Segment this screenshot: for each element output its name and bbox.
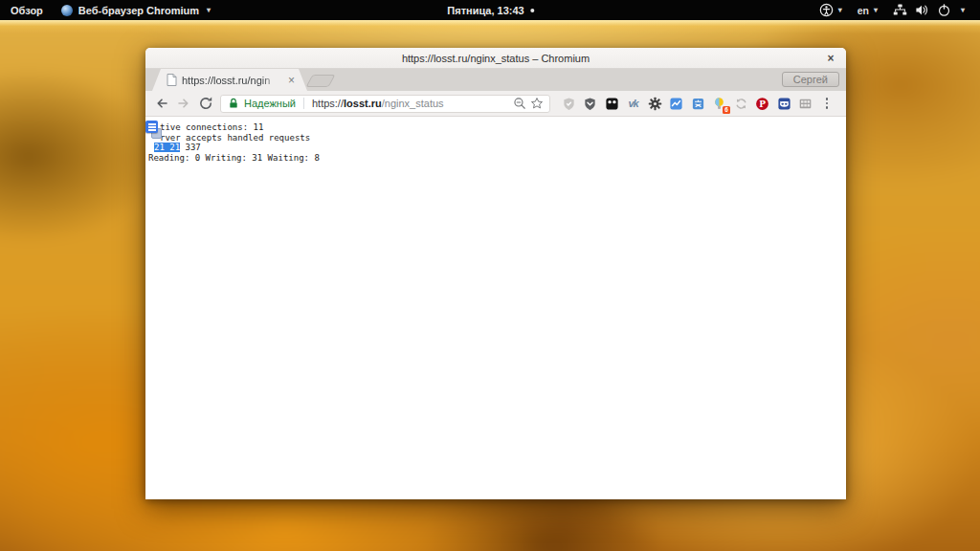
status-line-counters: 21 21 337: [145, 143, 846, 153]
grid-icon[interactable]: [796, 95, 814, 113]
security-label: Надежный: [244, 98, 296, 109]
browser-window: https://losst.ru/nginx_status – Chromium…: [145, 48, 846, 499]
accessibility-icon: [819, 3, 834, 17]
translate-popup-icon[interactable]: [145, 121, 163, 140]
chevron-down-icon: ▾: [874, 6, 878, 14]
notification-dot-icon: [531, 9, 535, 12]
app-menu-label: Веб-браузер Chromium: [78, 5, 199, 16]
counters-rest: 337: [180, 143, 201, 152]
topbar-right: ▾ en ▾ ▾: [813, 0, 980, 20]
status-line-server-accepts: rver accepts handled requests: [145, 133, 846, 143]
shield-icon[interactable]: [560, 95, 578, 113]
bookmark-star-icon[interactable]: [530, 97, 544, 110]
reload-button[interactable]: [194, 93, 216, 115]
omnibox-divider: [303, 98, 304, 109]
sync-icon[interactable]: [732, 95, 750, 113]
eyes-square-icon[interactable]: [603, 95, 621, 113]
tab-strip: https://losst.ru/ngin × Сергей: [145, 69, 846, 91]
clock-button[interactable]: Пятница, 13:43: [445, 0, 525, 20]
tab-nginx-status[interactable]: https://losst.ru/ngin ×: [152, 69, 307, 91]
pinterest-icon[interactable]: P: [753, 95, 771, 113]
vk-icon[interactable]: vk: [624, 95, 642, 113]
volume-icon: [915, 3, 929, 17]
system-status-menu[interactable]: ▾: [887, 0, 970, 20]
activities-button[interactable]: Обзор: [0, 0, 54, 20]
power-icon: [937, 3, 951, 17]
topbar-left: Обзор Веб-браузер Chromium ▾: [0, 0, 218, 20]
app-menu-button[interactable]: Веб-браузер Chromium ▾: [54, 0, 218, 20]
mask-icon[interactable]: [775, 95, 793, 113]
new-tab-button[interactable]: [306, 75, 336, 87]
chromium-icon: [61, 5, 73, 16]
window-title: https://losst.ru/nginx_status – Chromium: [402, 53, 590, 64]
svg-text:P: P: [759, 99, 766, 108]
url-text: https://losst.ru/nginx_status: [312, 98, 509, 109]
profile-button[interactable]: Сергей: [782, 72, 839, 87]
status-line-active-connections: tive connections: 11: [145, 122, 846, 133]
window-close-button[interactable]: ×: [822, 50, 839, 67]
tab-title: https://losst.ru/ngin: [182, 75, 283, 86]
chevron-down-icon: ▾: [207, 6, 211, 14]
chevron-down-icon: ▾: [961, 6, 965, 14]
address-bar[interactable]: Надежный https://losst.ru/nginx_status: [220, 95, 550, 113]
lightbulb-icon[interactable]: 6: [710, 95, 728, 113]
selected-text: 21 21: [154, 143, 180, 152]
browser-toolbar: Надежный https://losst.ru/nginx_status: [145, 91, 846, 117]
chart-square-icon[interactable]: [667, 95, 685, 113]
url-host: losst.ru: [344, 98, 382, 109]
url-path: /nginx_status: [382, 98, 444, 109]
forward-button[interactable]: [172, 93, 194, 115]
url-scheme: https://: [312, 98, 344, 109]
keyboard-layout-menu[interactable]: en ▾: [852, 0, 883, 20]
zoom-icon[interactable]: [513, 97, 526, 110]
overflow-menu-icon[interactable]: [818, 95, 836, 113]
page-content: tive connections: 11 rver accepts handle…: [145, 117, 846, 499]
topbar-center: Пятница, 13:43: [445, 0, 534, 20]
gnome-top-bar: Обзор Веб-браузер Chromium ▾ Пятница, 13…: [0, 0, 980, 20]
tab-close-icon[interactable]: ×: [288, 75, 295, 86]
accessibility-menu[interactable]: ▾: [813, 0, 848, 20]
extension-badge: 6: [723, 106, 730, 114]
extensions-row: vk 6 P: [554, 95, 841, 113]
translate-doc-icon[interactable]: [689, 95, 707, 113]
chevron-down-icon: ▾: [838, 6, 842, 14]
network-icon: [893, 3, 907, 17]
page-icon: [167, 74, 177, 86]
gear-icon[interactable]: [646, 95, 664, 113]
back-button[interactable]: [150, 93, 172, 115]
language-indicator: en: [858, 5, 869, 16]
window-titlebar[interactable]: https://losst.ru/nginx_status – Chromium…: [145, 48, 846, 69]
secure-lock-icon: [227, 97, 240, 110]
status-line-reading-writing-waiting: Reading: 0 Writing: 31 Waiting: 8: [145, 153, 846, 164]
desktop: Обзор Веб-браузер Chromium ▾ Пятница, 13…: [0, 0, 980, 551]
pocket-shield-icon[interactable]: [581, 95, 599, 113]
